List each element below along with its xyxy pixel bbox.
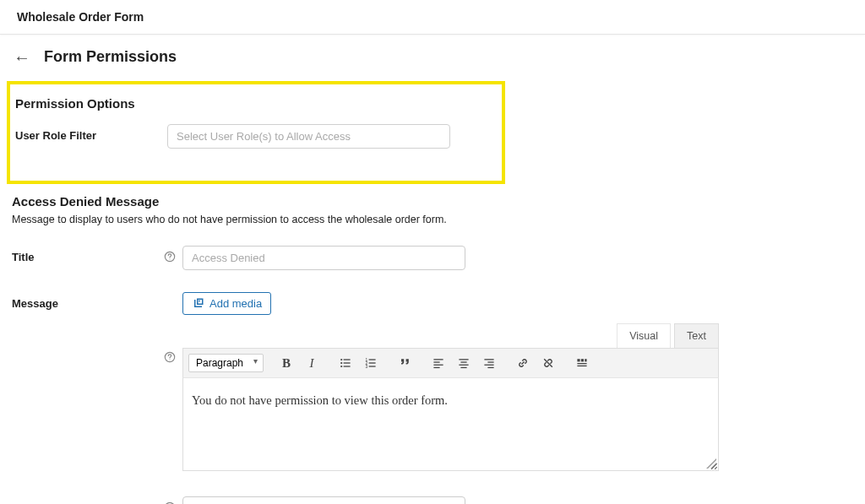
add-media-label: Add media (209, 297, 262, 310)
top-bar: Wholesale Order Form (0, 0, 865, 35)
help-icon[interactable] (164, 496, 176, 504)
align-right-icon[interactable] (478, 352, 500, 374)
svg-point-3 (169, 360, 170, 360)
title-label: Title (12, 246, 164, 263)
help-icon[interactable] (164, 346, 176, 363)
svg-point-9 (340, 366, 342, 367)
format-select[interactable]: Paragraph (188, 354, 264, 372)
message-row: Message Add media Visual Text (12, 292, 853, 471)
svg-rect-17 (433, 359, 443, 360)
svg-rect-19 (433, 365, 443, 366)
italic-icon[interactable]: I (301, 352, 323, 374)
svg-rect-16 (369, 366, 376, 366)
back-arrow-icon[interactable]: ← (12, 49, 32, 66)
media-icon (192, 297, 204, 310)
align-center-icon[interactable] (453, 352, 475, 374)
add-media-button[interactable]: Add media (182, 292, 271, 315)
login-url-label: Login URL (12, 496, 164, 504)
svg-rect-8 (344, 362, 351, 363)
format-dropdown[interactable]: Paragraph (188, 354, 264, 372)
svg-rect-20 (433, 367, 439, 368)
svg-point-7 (340, 362, 342, 364)
user-role-select[interactable]: Select User Role(s) to Allow Access (167, 124, 450, 149)
svg-rect-29 (577, 359, 579, 361)
svg-rect-12 (369, 359, 376, 360)
svg-rect-33 (577, 366, 586, 366)
user-role-label: User Role Filter (15, 124, 167, 142)
editor-toolbar: Paragraph B I 123 (182, 348, 719, 378)
svg-rect-28 (487, 367, 493, 368)
toolbar-toggle-icon[interactable] (571, 352, 593, 374)
numbered-list-icon[interactable]: 123 (360, 352, 382, 374)
svg-rect-22 (460, 361, 466, 362)
access-denied-description: Message to display to users who do not h… (12, 214, 853, 225)
bulleted-list-icon[interactable] (335, 352, 356, 374)
svg-rect-6 (344, 359, 351, 360)
login-url-input[interactable] (182, 496, 465, 504)
unlink-icon[interactable] (537, 352, 559, 374)
svg-rect-32 (577, 363, 586, 364)
link-icon[interactable] (512, 352, 534, 374)
svg-rect-26 (487, 361, 493, 362)
message-label: Message (12, 292, 164, 310)
svg-rect-18 (433, 361, 439, 362)
svg-rect-25 (484, 359, 493, 360)
editor-content: You do not have permission to view this … (192, 393, 448, 407)
bold-icon[interactable]: B (275, 352, 297, 374)
title-input[interactable] (182, 246, 465, 270)
title-row: Title (12, 246, 853, 270)
user-role-row: User Role Filter Select User Role(s) to … (15, 124, 490, 149)
tab-text[interactable]: Text (674, 323, 719, 348)
svg-point-1 (169, 259, 170, 260)
access-denied-heading: Access Denied Message (12, 194, 853, 209)
svg-rect-24 (460, 367, 466, 368)
permission-options-heading: Permission Options (15, 96, 490, 111)
svg-rect-30 (581, 359, 584, 361)
help-icon[interactable] (164, 246, 176, 263)
tab-visual[interactable]: Visual (617, 323, 671, 348)
svg-rect-21 (459, 359, 468, 360)
svg-rect-14 (369, 362, 376, 363)
blockquote-icon[interactable] (394, 352, 416, 374)
svg-text:3: 3 (366, 365, 368, 369)
login-url-row: Login URL (12, 496, 853, 504)
page-content: ← Form Permissions Permission Options Us… (0, 35, 865, 504)
svg-rect-23 (459, 365, 468, 366)
svg-rect-31 (585, 359, 586, 361)
svg-point-4 (199, 301, 200, 302)
editor-tabs: Visual Text (182, 323, 719, 348)
resize-handle-icon[interactable] (706, 458, 716, 469)
align-left-icon[interactable] (427, 352, 449, 374)
wysiwyg-editor: Visual Text Paragraph B I (182, 323, 719, 471)
page-title: Form Permissions (44, 48, 177, 66)
svg-rect-27 (484, 365, 493, 366)
svg-rect-10 (344, 366, 351, 366)
top-bar-title: Wholesale Order Form (17, 10, 848, 24)
page-header: ← Form Permissions (12, 45, 853, 66)
permission-options-highlight: Permission Options User Role Filter Sele… (7, 81, 505, 184)
svg-point-5 (340, 359, 342, 360)
editor-body[interactable]: You do not have permission to view this … (182, 378, 719, 471)
